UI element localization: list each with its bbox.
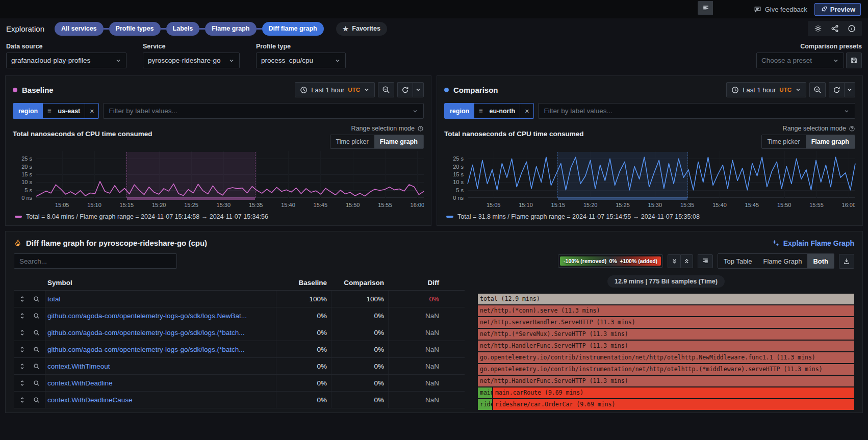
column-comparison[interactable]: Comparison	[331, 279, 388, 287]
flame-node[interactable]: main.	[478, 387, 492, 398]
timezone-label: UTC	[779, 87, 792, 93]
rocket-icon	[820, 6, 827, 13]
tab-profile-types[interactable]: Profile types	[109, 22, 161, 36]
service-select[interactable]: pyroscope-rideshare-go	[143, 53, 240, 68]
search-symbol-button[interactable]	[31, 324, 43, 341]
flame-node[interactable]: net/http.HandlerFunc.ServeHTTP (11.3 min…	[478, 341, 854, 351]
diff-value: NaN	[388, 392, 443, 408]
sandwich-view-button[interactable]	[16, 291, 29, 307]
sandwich-view-button[interactable]	[16, 358, 29, 374]
collapse-all-button[interactable]	[668, 254, 680, 268]
data-source-select[interactable]: grafanacloud-play-profiles	[6, 53, 126, 68]
profile-type-select[interactable]: process_cpu/cpu	[256, 53, 346, 68]
label-filter-chip[interactable]: region = eu-north ×	[444, 103, 534, 119]
sandwich-view-button[interactable]	[16, 341, 29, 357]
search-symbol-button[interactable]	[31, 341, 43, 357]
chart-plot[interactable]	[36, 151, 424, 198]
zoom-out-button[interactable]	[809, 82, 826, 97]
view-mode-top-table[interactable]: Top Table	[718, 254, 757, 268]
column-diff[interactable]: Diff	[388, 279, 443, 287]
time-range-picker[interactable]: Last 1 hour UTC	[726, 82, 806, 97]
sandwich-view-button[interactable]	[16, 392, 29, 408]
refresh-interval-dropdown[interactable]	[844, 82, 855, 97]
info-button[interactable]	[848, 24, 856, 33]
preset-select[interactable]: Choose a preset	[756, 53, 844, 68]
profile-type-label: Profile type	[256, 43, 346, 50]
column-symbol[interactable]: Symbol	[45, 279, 276, 287]
tab-flame-graph[interactable]: Flame graph	[205, 22, 256, 36]
view-mode-both[interactable]: Both	[807, 254, 834, 268]
flame-node[interactable]: rides	[478, 399, 492, 410]
timezone-label: UTC	[348, 87, 360, 93]
align-right-button[interactable]	[698, 254, 713, 268]
row-actions	[14, 392, 45, 408]
label-filter-chip[interactable]: region = us-east ×	[13, 103, 99, 119]
refresh-interval-dropdown[interactable]	[413, 82, 424, 97]
help-icon[interactable]	[849, 125, 855, 132]
tab-favorites[interactable]: ★ Favorites	[336, 22, 387, 36]
give-feedback-button[interactable]: Give feedback	[754, 6, 807, 13]
remove-filter-icon[interactable]: ×	[520, 103, 533, 118]
tab-labels[interactable]: Labels	[166, 22, 200, 36]
sandwich-view-button[interactable]	[16, 375, 29, 391]
share-button[interactable]	[831, 24, 839, 33]
search-symbol-button[interactable]	[31, 375, 43, 391]
service-value: pyroscope-rideshare-go	[148, 57, 221, 64]
flame-node[interactable]: rideshare/car.OrderCar (9.69 mins)	[493, 399, 854, 410]
timeseries-chart[interactable]: 25 s20 s15 s10 s5 s0 ns	[13, 151, 424, 198]
label-filter-input[interactable]: Filter by label values...	[103, 103, 424, 119]
search-symbol-button[interactable]	[31, 307, 43, 324]
comparison-presets-label: Comparison presets	[756, 43, 862, 50]
flame-node[interactable]: net/http.HandlerFunc.ServeHTTP (11.3 min…	[478, 376, 854, 386]
flame-row: net/http.serverHandler.ServeHTTP (11.3 m…	[478, 317, 854, 328]
save-icon	[850, 57, 858, 64]
diff-value: NaN	[388, 307, 443, 324]
sandwich-view-button[interactable]	[16, 307, 29, 324]
refresh-button[interactable]	[397, 82, 413, 97]
symbol-link[interactable]: github.com/agoda-com/opentelemetry-logs-…	[45, 307, 276, 324]
download-button[interactable]	[839, 254, 854, 269]
range-mode-time-picker[interactable]: Time picker	[762, 135, 806, 148]
search-symbol-button[interactable]	[31, 392, 43, 408]
view-mode-flame-graph[interactable]: Flame Graph	[758, 254, 808, 268]
flame-node[interactable]: go.opentelemetry.io/contrib/instrumentat…	[478, 352, 854, 363]
settings-button[interactable]	[814, 24, 822, 33]
symbol-link[interactable]: context.WithDeadlineCause	[45, 392, 276, 408]
refresh-button[interactable]	[829, 82, 844, 97]
help-icon[interactable]	[417, 125, 424, 132]
save-preset-button[interactable]	[846, 53, 862, 68]
symbol-link[interactable]: github.com/agoda-com/opentelemetry-logs-…	[45, 341, 276, 357]
symbol-link[interactable]: github.com/agoda-com/opentelemetry-logs-…	[45, 324, 276, 341]
diff-value: NaN	[388, 324, 443, 341]
time-range-picker[interactable]: Last 1 hour UTC	[295, 82, 375, 97]
search-symbol-button[interactable]	[31, 291, 43, 307]
range-mode-flame-graph[interactable]: Flame graph	[374, 135, 423, 148]
table-row: github.com/agoda-com/opentelemetry-logs-…	[14, 341, 465, 358]
sandwich-view-button[interactable]	[16, 324, 29, 341]
preview-button[interactable]: Preview	[814, 3, 861, 16]
flame-node[interactable]: go.opentelemetry.io/contrib/instrumentat…	[478, 364, 854, 375]
symbol-link[interactable]: context.WithTimeout	[45, 358, 276, 374]
column-baseline[interactable]: Baseline	[276, 279, 331, 287]
search-symbol-button[interactable]	[31, 358, 43, 374]
flame-node[interactable]: net/http.serverHandler.ServeHTTP (11.3 m…	[478, 317, 854, 328]
symbol-link[interactable]: total	[45, 291, 276, 307]
explain-flame-graph-button[interactable]: Explain Flame Graph	[772, 239, 854, 247]
expand-all-button[interactable]	[680, 254, 693, 268]
tab-diff-flame-graph[interactable]: Diff flame graph	[262, 22, 324, 36]
flame-node[interactable]: net/http.(*conn).serve (11.3 mins)	[478, 305, 854, 316]
flame-node[interactable]: main.carRoute (9.69 mins)	[493, 387, 854, 398]
remove-filter-icon[interactable]: ×	[85, 103, 98, 118]
search-input[interactable]	[14, 253, 177, 269]
flame-node[interactable]: net/http.(*ServeMux).ServeHTTP (11.3 min…	[478, 329, 854, 340]
chart-plot[interactable]	[468, 151, 855, 198]
timeseries-chart[interactable]: 25 s20 s15 s10 s5 s0 ns	[444, 151, 855, 198]
range-mode-time-picker[interactable]: Time picker	[330, 135, 374, 148]
zoom-out-button[interactable]	[378, 82, 394, 97]
range-mode-flame-graph[interactable]: Flame graph	[806, 135, 855, 148]
range-mode-label: Range selection mode	[783, 125, 855, 132]
label-filter-input[interactable]: Filter by label values...	[538, 103, 855, 119]
flame-node[interactable]: total (12.9 mins)	[478, 294, 854, 304]
tab-all-services[interactable]: All services	[55, 22, 104, 36]
symbol-link[interactable]: context.WithDeadline	[45, 375, 276, 391]
